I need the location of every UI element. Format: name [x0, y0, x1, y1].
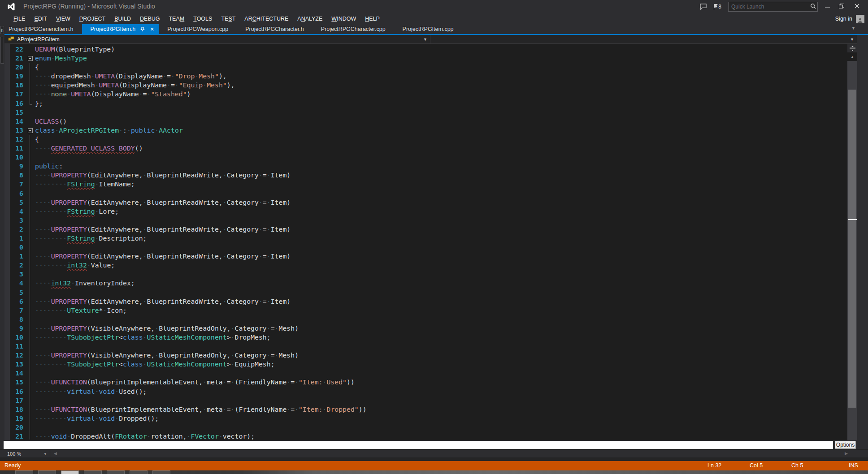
fold-collapse-icon[interactable] [26, 126, 35, 135]
find-input[interactable] [4, 441, 833, 449]
code-line[interactable]: 3 [10, 216, 845, 225]
code-line[interactable]: 20 [10, 423, 845, 432]
types-dropdown[interactable]: AProjectRPGItem ▼ [4, 35, 430, 43]
code-line[interactable]: 10········TSubobjectPtr<class·UStaticMes… [10, 333, 845, 342]
code-line[interactable]: 13class·AProjectRPGItem·:·public·AActor [10, 126, 845, 135]
user-avatar-icon[interactable] [856, 15, 864, 23]
code-line[interactable]: 17····none·UMETA(DisplayName·=·"Stashed"… [10, 90, 845, 99]
code-line[interactable]: 0 [10, 243, 845, 252]
code-line[interactable]: 21enum·MeshType [10, 54, 845, 63]
zoom-control[interactable]: 100 % ▼ [4, 450, 50, 457]
scrollbar-thumb[interactable] [848, 90, 856, 408]
code-line[interactable]: 8····UPROPERTY(EditAnywhere,·BlueprintRe… [10, 171, 845, 180]
code-line[interactable]: 5 [10, 288, 845, 297]
scroll-up-arrow[interactable]: ▲ [847, 54, 857, 60]
code-line[interactable]: 6····UPROPERTY(EditAnywhere,·BlueprintRe… [10, 297, 845, 306]
taskbar-button[interactable] [15, 470, 33, 474]
breakpoint-margin[interactable] [4, 44, 10, 440]
scroll-right-arrow[interactable]: ▶ [845, 451, 848, 456]
restore-button[interactable] [835, 0, 848, 12]
menu-item-edit[interactable]: EDIT [30, 14, 51, 23]
code-line[interactable]: 4········FString·Lore; [10, 207, 845, 216]
taskbar-button[interactable] [38, 470, 56, 474]
code-line[interactable]: 3 [10, 270, 845, 279]
menu-item-view[interactable]: VIEW [52, 14, 75, 23]
collapsed-tool-window-tab[interactable] [0, 37, 4, 64]
menu-item-analyze[interactable]: ANALYZE [293, 14, 327, 23]
code-line[interactable]: 11 [10, 342, 845, 351]
code-line[interactable]: 19········virtual·void·Dropped(); [10, 414, 845, 423]
code-line[interactable]: 9····UPROPERTY(VisibleAnywhere,·Blueprin… [10, 324, 845, 333]
menu-item-test[interactable]: TEST [217, 14, 240, 23]
vertical-scrollbar[interactable] [847, 61, 857, 440]
notifications-flag-icon[interactable]: 8 [712, 2, 723, 12]
code-line[interactable]: 5····UPROPERTY(EditAnywhere,·BlueprintRe… [10, 198, 845, 207]
code-line[interactable]: 4····int32·InventoryIndex; [10, 279, 845, 288]
code-editor[interactable]: h 22UENUM(BlueprintType)21enum·MeshType2… [0, 44, 868, 440]
code-line[interactable]: 21····void·DroppedAlt(FRotator·rotation,… [10, 432, 845, 440]
tab-ProjectRPGItem.h[interactable]: ProjectRPGItem.h✕ [82, 24, 159, 34]
code-line[interactable]: 10 [10, 153, 845, 162]
code-line[interactable]: 14 [10, 369, 845, 378]
close-button[interactable] [850, 0, 864, 12]
code-line[interactable]: 13········TSubobjectPtr<class·UStaticMes… [10, 360, 845, 369]
code-line[interactable]: 20{ [10, 63, 845, 72]
taskbar-button[interactable] [61, 470, 79, 474]
code-line[interactable]: 18····UFUNCTION(BlueprintImplementableEv… [10, 405, 845, 414]
menu-item-tools[interactable]: TOOLS [189, 14, 217, 23]
menu-item-debug[interactable]: DEBUG [135, 14, 164, 23]
menu-item-window[interactable]: WINDOW [327, 14, 360, 23]
code-line[interactable]: 7········FString·ItemName; [10, 180, 845, 189]
code-line[interactable]: 18····equipedMesh·UMETA(DisplayName·=·"E… [10, 81, 845, 90]
close-icon[interactable]: ✕ [149, 26, 155, 32]
code-line[interactable]: 22UENUM(BlueprintType) [10, 45, 845, 54]
collapsed-tool-window-tab[interactable]: h [0, 26, 4, 34]
members-dropdown[interactable]: ▼ [430, 35, 857, 43]
code-line[interactable]: 16}; [10, 99, 845, 108]
code-line[interactable]: 2····UPROPERTY(EditAnywhere,·BlueprintRe… [10, 225, 845, 234]
code-line[interactable]: 1········FString·Description; [10, 234, 845, 243]
menu-item-build[interactable]: BUILD [110, 14, 135, 23]
taskbar-button[interactable] [152, 470, 170, 474]
tab-ProjectRPGCharacter.cpp[interactable]: ProjectRPGCharacter.cpp [312, 24, 394, 34]
title-bar[interactable]: ProjectRPG (Running) - Microsoft Visual … [0, 0, 868, 13]
menu-item-help[interactable]: HELP [360, 14, 384, 23]
scroll-left-arrow[interactable]: ◀ [54, 451, 57, 456]
minimize-button[interactable] [820, 0, 834, 12]
code-line[interactable]: 19····dropedMesh·UMETA(DisplayName·=·"Dr… [10, 72, 845, 81]
code-line[interactable]: 17 [10, 396, 845, 405]
code-line[interactable]: 8 [10, 315, 845, 324]
code-line[interactable]: 6 [10, 189, 845, 198]
fold-collapse-icon[interactable] [26, 54, 35, 63]
tab-ProjectRPGCharacter.h[interactable]: ProjectRPGCharacter.h [237, 24, 312, 34]
code-line[interactable]: 15 [10, 108, 845, 117]
code-line[interactable]: 11····GENERATED_UCLASS_BODY() [10, 144, 845, 153]
options-button[interactable]: Options [835, 441, 856, 449]
tab-ProjectRPGGenericItem.h[interactable]: ProjectRPGGenericItem.h [0, 24, 82, 34]
code-line[interactable]: 12{ [10, 135, 845, 144]
code-lines[interactable]: 22UENUM(BlueprintType)21enum·MeshType20{… [10, 45, 845, 440]
code-line[interactable]: 12····UPROPERTY(VisibleAnywhere,·Bluepri… [10, 351, 845, 360]
taskbar-button[interactable] [84, 470, 102, 474]
menu-item-architecture[interactable]: ARCHITECTURE [240, 14, 293, 23]
code-line[interactable]: 15····UFUNCTION(BlueprintImplementableEv… [10, 378, 845, 387]
menu-item-project[interactable]: PROJECT [75, 14, 110, 23]
quick-launch-input[interactable] [729, 4, 808, 10]
code-line[interactable]: 14UCLASS() [10, 117, 845, 126]
taskbar-button[interactable] [107, 470, 125, 474]
taskbar-button[interactable] [130, 470, 148, 474]
search-icon[interactable] [808, 3, 817, 10]
menu-item-team[interactable]: TEAM [164, 14, 189, 23]
code-line[interactable]: 9public: [10, 162, 845, 171]
code-line[interactable]: 16········virtual·void·Used(); [10, 387, 845, 396]
code-line[interactable]: 1····UPROPERTY(EditAnywhere,·BlueprintRe… [10, 252, 845, 261]
pin-icon[interactable] [139, 27, 145, 32]
quick-launch-box[interactable] [728, 2, 818, 12]
tab-ProjectRPGItem.cpp[interactable]: ProjectRPGItem.cpp [394, 24, 462, 34]
code-line[interactable]: 2········int32·Value; [10, 261, 845, 270]
sign-in-link[interactable]: Sign in [835, 16, 852, 22]
menu-item-file[interactable]: FILE [9, 14, 30, 23]
code-line[interactable]: 7········UTexture*·Icon; [10, 306, 845, 315]
toolbar-overflow-icon[interactable]: ▼ [851, 26, 855, 30]
tab-ProjectRPGWeapon.cpp[interactable]: ProjectRPGWeapon.cpp [159, 24, 237, 34]
